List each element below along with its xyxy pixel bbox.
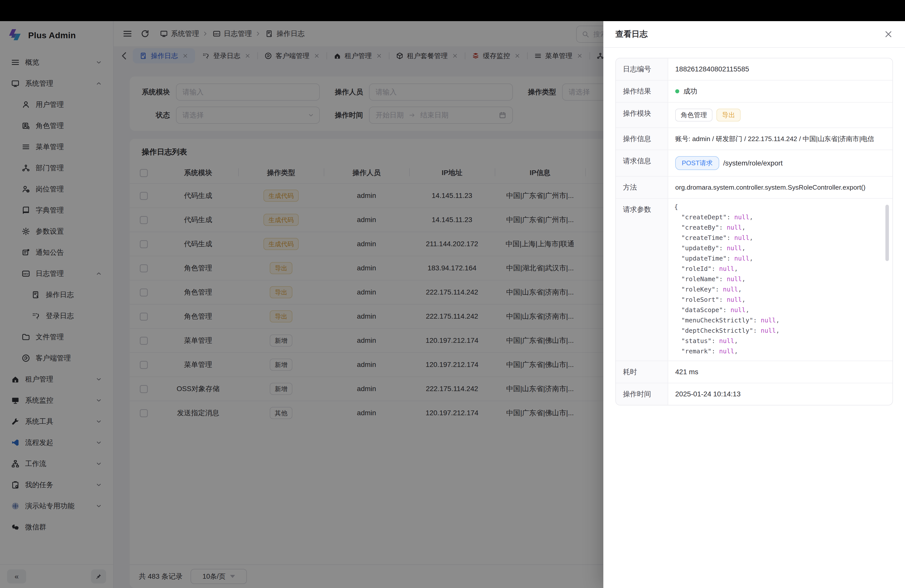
json-line: "updateTime": null, [674,253,889,264]
detail-row-cost: 耗时 421 ms [616,361,892,383]
detail-row-module: 操作模块 角色管理 导出 [616,102,892,127]
json-line: "updateBy": null, [674,243,889,253]
json-null-value: null [730,306,746,314]
drawer-title: 查看日志 [615,29,648,40]
json-null-value: null [734,213,749,221]
detail-row-info: 操作信息 账号: admin / 研发部门 / 222.175.114.242 … [616,127,892,149]
json-key: "status" [681,337,711,345]
json-null-value: null [719,265,734,272]
request-url: /system/role/export [723,159,783,167]
view-log-drawer: 查看日志 日志编号 1882612840802115585 操作结果 成功 [603,21,905,588]
json-null-value: null [719,337,734,345]
json-key: "dataScope" [681,306,723,314]
json-key: "remark" [681,348,711,355]
operation-time-value: 2025-01-24 10:14:13 [668,383,892,405]
drawer-header: 查看日志 [603,21,905,48]
operation-info-value: 账号: admin / 研发部门 / 222.175.114.242 / 中国|… [668,128,892,149]
json-null-value: null [727,245,742,252]
post-method-tag: POST请求 [675,156,719,170]
json-null-value: null [761,317,776,324]
json-key: "updateTime" [681,255,727,262]
cost-value: 421 ms [668,361,892,383]
drawer-body: 日志编号 1882612840802115585 操作结果 成功 操作模块 [603,48,905,415]
json-key: "roleName" [681,275,719,283]
json-key: { [674,203,678,210]
json-null-value: null [727,275,742,283]
json-line: "createDept": null, [674,212,889,222]
json-line: "menuCheckStrictly": null, [674,315,889,326]
json-key: "deptCheckStrictly" [681,327,753,334]
operation-type-tag: 导出 [716,109,741,121]
detail-row-params: 请求参数 {"createDept": null,"createBy": nul… [616,198,892,361]
detail-row-method: 方法 org.dromara.system.controller.system.… [616,176,892,198]
json-key: "updateBy" [681,245,719,252]
json-lines: {"createDept": null,"createBy": null,"cr… [674,202,889,356]
result-value: 成功 [683,86,697,96]
detail-row-log-id: 日志编号 1882612840802115585 [616,58,892,80]
json-null-value: null [727,224,742,231]
json-key: "menuCheckStrictly" [681,317,753,324]
log-id-value: 1882612840802115585 [668,58,892,80]
json-line: "remark": null, [674,346,889,356]
json-null-value: null [723,286,738,293]
log-detail-table: 日志编号 1882612840802115585 操作结果 成功 操作模块 [615,58,893,405]
detail-row-time: 操作时间 2025-01-24 10:14:13 [616,383,892,405]
json-line: "createBy": null, [674,222,889,233]
json-null-value: null [734,234,749,242]
method-value: org.dromara.system.controller.system.Sys… [668,176,892,198]
json-null-value: null [761,327,776,334]
json-key: "roleSort" [681,296,719,303]
module-tag: 角色管理 [675,109,713,121]
json-line: "deptCheckStrictly": null, [674,326,889,336]
json-null-value: null [734,255,749,262]
json-null-value: null [727,296,742,303]
json-line: "roleId": null, [674,264,889,274]
app: Plus Admin 概览 系统管理 用户管理 [0,21,905,588]
json-line: "roleKey": null, [674,284,889,294]
close-icon[interactable] [884,30,893,39]
top-black-bar [0,0,905,21]
json-line: "roleSort": null, [674,294,889,305]
viewport: Plus Admin 概览 系统管理 用户管理 [0,0,905,588]
json-key: "createDept" [681,213,727,221]
json-key: "roleKey" [681,286,715,293]
detail-row-request: 请求信息 POST请求 /system/role/export [616,149,892,176]
detail-row-result: 操作结果 成功 [616,80,892,102]
json-line: "roleName": null, [674,274,889,284]
json-line: { [674,202,889,212]
scrollbar-thumb[interactable] [885,205,889,261]
json-line: "dataScope": null, [674,305,889,315]
json-key: "createTime" [681,234,727,242]
json-null-value: null [719,348,734,355]
json-line: "createTime": null, [674,233,889,243]
json-line: "status": null, [674,336,889,346]
json-key: "roleId" [681,265,711,272]
request-params-json[interactable]: {"createDept": null,"createBy": null,"cr… [674,202,889,358]
json-key: "createBy" [681,224,719,231]
success-dot-icon [675,89,679,93]
